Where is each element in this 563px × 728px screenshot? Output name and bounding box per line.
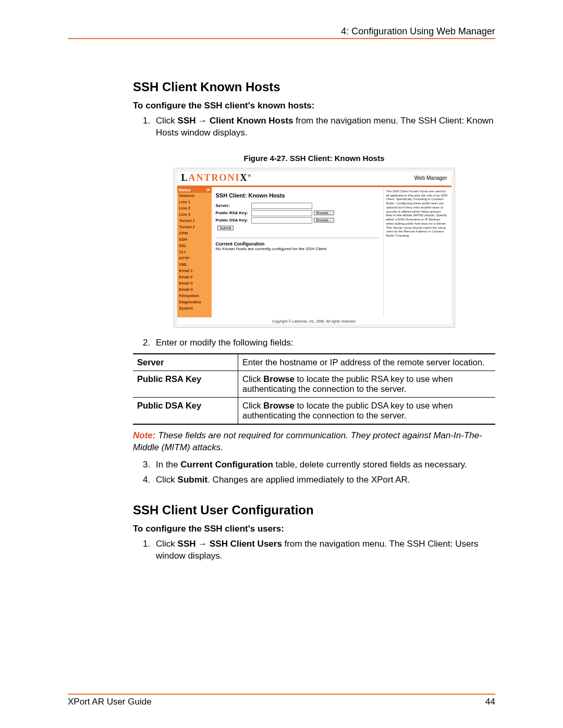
field-name: Public RSA Key [133,371,238,397]
dsa-input[interactable] [251,217,312,224]
dsa-browse-button[interactable]: Browse... [314,218,334,223]
logo: LANTRONIX® [181,172,252,183]
help-panel: The SSH Client Known Hosts are used by a… [383,187,451,317]
figure-caption: Figure 4-27. SSH Client: Known Hosts [133,154,495,163]
nav-line3[interactable]: Line 3 [177,212,212,218]
section2-title: SSH Client User Configuration [133,503,495,517]
rsa-label: Public RSA Key: [216,211,251,215]
nav-line1[interactable]: Line 1 [177,199,212,205]
field-name: Server [133,354,238,371]
note: Note: These fields are not required for … [133,430,495,454]
step-2: Enter or modify the following fields: [153,337,495,349]
nav-diagnostics[interactable]: Diagnostics [177,299,212,305]
nav-email4[interactable]: Email 4 [177,287,212,293]
nav-system[interactable]: System [177,305,212,312]
step-4: Click Submit. Changes are applied immedi… [153,474,495,486]
nav-cli[interactable]: CLI [177,249,212,255]
field-name: Public DSA Key [133,397,238,424]
page-footer: XPort AR User Guide 44 [68,694,495,707]
field-desc: Click Browse to locate the public DSA ke… [238,397,496,424]
submit-button[interactable]: Submit [217,226,234,230]
table-row: Public DSA Key Click Browse to locate th… [133,397,495,424]
step-1: Click SSH → SSH Client Users from the na… [153,538,495,562]
nav-ssl[interactable]: SSL [177,243,212,249]
page-number: 44 [485,697,495,707]
refresh-icon[interactable]: ⟳ [206,188,210,192]
table-row: Public RSA Key Click Browse to locate th… [133,371,495,397]
nav-status[interactable]: Status ⟳ [177,187,212,193]
section2-steps: Click SSH → SSH Client Users from the na… [133,538,495,562]
dsa-label: Public DSA Key: [216,218,251,223]
server-input[interactable] [251,203,312,209]
web-manager-label: Web Manager [414,175,447,181]
section2-subhead: To configure the SSH client's users: [133,524,495,534]
nav-tunnel2[interactable]: Tunnel 2 [177,224,212,230]
panel-title: SSH Client: Known Hosts [216,192,379,199]
server-label: Server: [216,203,251,208]
field-desc: Click Browse to locate the public RSA ke… [238,371,496,397]
guide-name: XPort AR User Guide [68,697,152,707]
figure-screenshot: LANTRONIX® Web Manager Status ⟳ Network … [174,168,455,328]
nav-tunnel1[interactable]: Tunnel 1 [177,218,212,224]
fields-table: Server Enter the hostname or IP address … [133,353,495,425]
rsa-input[interactable] [251,210,312,216]
nav-email1[interactable]: Email 1 [177,268,212,274]
section1-title: SSH Client Known Hosts [133,80,495,94]
nav-email3[interactable]: Email 3 [177,280,212,287]
no-hosts-message: No Known Hosts are currently configured … [216,246,379,251]
nav-xml[interactable]: XML [177,262,212,268]
sidebar-nav: Status ⟳ Network Line 1 Line 2 Line 3 Tu… [177,187,212,317]
nav-cpm[interactable]: CPM [177,230,212,237]
header-chapter: 4: Configuration Using Web Manager [68,26,495,39]
nav-network[interactable]: Network [177,193,212,199]
nav-filesystem[interactable]: Filesystem [177,293,212,299]
section1-steps-cont2: In the Current Configuration table, dele… [133,459,495,486]
rsa-browse-button[interactable]: Browse... [314,211,334,215]
nav-email2[interactable]: Email 2 [177,274,212,280]
field-desc: Enter the hostname or IP address of the … [238,354,496,371]
current-config-heading: Current Configuration [216,241,379,246]
section1-steps-cont: Enter or modify the following fields: [133,337,495,349]
section1-subhead: To configure the SSH client's known host… [133,101,495,111]
nav-ssh[interactable]: SSH [177,237,212,243]
nav-line2[interactable]: Line 2 [177,205,212,212]
step-3: In the Current Configuration table, dele… [153,459,495,471]
nav-http[interactable]: HTTP [177,255,212,262]
section1-steps: Click SSH → Client Known Hosts from the … [133,115,495,139]
step-1: Click SSH → Client Known Hosts from the … [153,115,495,139]
screenshot-footer: Copyright © Lantronix, Inc. 2006. All ri… [177,317,451,324]
table-row: Server Enter the hostname or IP address … [133,354,495,371]
